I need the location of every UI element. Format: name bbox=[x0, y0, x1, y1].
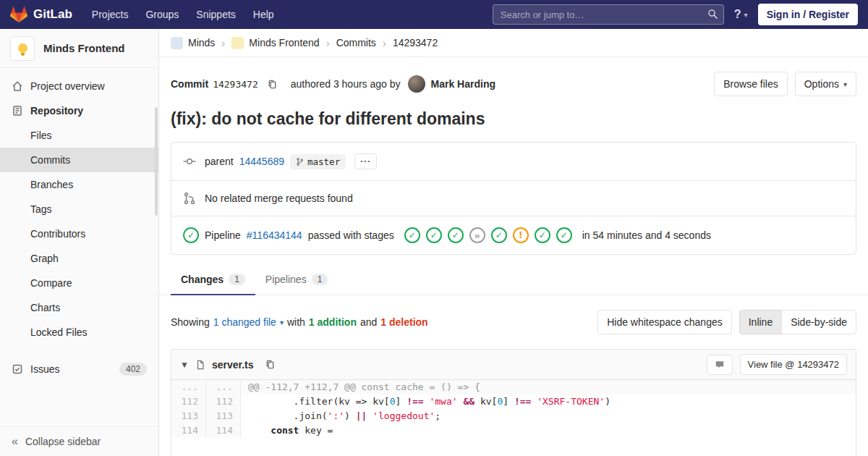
pipeline-mini-graph: ✓✓✓»✓!✓✓ bbox=[404, 227, 572, 243]
sidebar-item-commits[interactable]: Commits bbox=[0, 148, 158, 172]
no-merge-requests-text: No related merge requests found bbox=[205, 193, 353, 204]
main-content: Minds›Minds Frontend›Commits›14293472 Co… bbox=[159, 29, 868, 456]
diff-summary-row: Showing 1 changed file ▾ with 1 addition… bbox=[159, 295, 868, 349]
sidebar-item-locked-files[interactable]: Locked Files bbox=[0, 320, 158, 345]
sidebar-scrollbar[interactable] bbox=[155, 107, 158, 216]
view-file-button[interactable]: View file @ 14293472 bbox=[740, 354, 847, 375]
nav-menu-item-projects[interactable]: Projects bbox=[84, 4, 137, 25]
tab-pipelines[interactable]: Pipelines1 bbox=[255, 265, 339, 295]
help-menu[interactable]: ? ▾ bbox=[734, 8, 748, 21]
parent-sha-link[interactable]: 14445689 bbox=[239, 156, 284, 167]
chevron-down-icon: ▾ bbox=[843, 80, 847, 88]
toggle-comments-button[interactable] bbox=[707, 355, 733, 375]
code-line: @@ -112,7 +112,7 @@ const cache = () => … bbox=[241, 380, 856, 394]
stage-passed-icon[interactable]: ✓ bbox=[426, 227, 442, 243]
issues-icon bbox=[12, 363, 23, 375]
old-line-number[interactable]: 114 bbox=[171, 423, 206, 438]
breadcrumb-label: Commits bbox=[336, 37, 376, 48]
changed-files-dropdown[interactable]: 1 changed file ▾ bbox=[213, 316, 284, 328]
project-avatar bbox=[10, 36, 35, 61]
sidebar-item-files[interactable]: Files bbox=[0, 123, 158, 148]
stage-passed-icon[interactable]: ✓ bbox=[404, 227, 420, 243]
nav-menu-item-groups[interactable]: Groups bbox=[137, 4, 187, 25]
new-line-number[interactable]: 114 bbox=[206, 423, 241, 438]
author-name-link[interactable]: Mark Harding bbox=[431, 78, 495, 90]
inline-view-button[interactable]: Inline bbox=[739, 310, 782, 334]
sidebar: Minds Frontend Project overview Reposito… bbox=[0, 29, 159, 456]
top-navbar: GitLab ProjectsGroupsSnippetsHelp ? ▾ Si… bbox=[0, 0, 868, 29]
breadcrumb-separator: › bbox=[383, 37, 386, 49]
diff-file-header: ▼ server.ts bbox=[171, 350, 856, 380]
gitlab-logo-icon bbox=[10, 6, 27, 23]
collapse-file-caret-icon[interactable]: ▼ bbox=[180, 360, 189, 370]
copy-file-path-button[interactable] bbox=[265, 359, 276, 370]
sidebar-item-compare[interactable]: Compare bbox=[0, 271, 158, 295]
new-line-number[interactable]: 112 bbox=[206, 394, 241, 409]
branch-badge[interactable]: master bbox=[290, 154, 346, 169]
tabs: Changes1Pipelines1 bbox=[159, 265, 868, 295]
project-context-header[interactable]: Minds Frontend bbox=[0, 29, 158, 68]
stage-passed-icon[interactable]: ✓ bbox=[556, 227, 572, 243]
old-line-number[interactable]: 112 bbox=[171, 394, 206, 409]
stage-passed-icon[interactable]: ✓ bbox=[448, 227, 464, 243]
breadcrumb-item-minds-frontend[interactable]: Minds Frontend bbox=[231, 37, 319, 49]
pipeline-status-passed-icon[interactable]: ✓ bbox=[183, 227, 199, 243]
stage-passed-icon[interactable]: ✓ bbox=[535, 227, 550, 243]
repository-subnav: FilesCommitsBranchesTagsContributorsGrap… bbox=[0, 123, 158, 345]
nav-menu-item-snippets[interactable]: Snippets bbox=[188, 4, 243, 25]
sidebar-item-graph[interactable]: Graph bbox=[0, 246, 158, 271]
sidebar-item-label: Project overview bbox=[30, 80, 105, 92]
options-dropdown-button[interactable]: Options ▾ bbox=[795, 72, 856, 96]
side-by-side-view-button[interactable]: Side-by-side bbox=[781, 310, 856, 334]
gitlab-home-link[interactable]: GitLab bbox=[10, 6, 72, 23]
branch-name: master bbox=[307, 156, 340, 167]
sidebar-item-tags[interactable]: Tags bbox=[0, 197, 158, 221]
old-line-number[interactable]: 113 bbox=[171, 409, 206, 423]
commit-label: Commit bbox=[171, 78, 208, 90]
navbar-left: GitLab ProjectsGroupsSnippetsHelp bbox=[10, 4, 282, 25]
search-input[interactable] bbox=[493, 4, 724, 25]
breadcrumb-separator: › bbox=[221, 37, 225, 49]
diff-hunk-row: ......@@ -112,7 +112,7 @@ const cache = … bbox=[171, 380, 856, 394]
pipeline-status-text: passed with stages bbox=[308, 229, 394, 241]
pipeline-label: Pipeline bbox=[205, 229, 241, 241]
collapse-sidebar-button[interactable]: « Collapse sidebar bbox=[0, 426, 158, 456]
parent-row: parent 14445689 master ··· bbox=[171, 143, 856, 180]
stage-warning-icon[interactable]: ! bbox=[513, 227, 529, 243]
new-line-number[interactable]: ... bbox=[206, 380, 241, 394]
pipeline-link[interactable]: #116434144 bbox=[247, 229, 302, 241]
stage-passed-icon[interactable]: ✓ bbox=[491, 227, 507, 243]
commit-actions: Browse files Options ▾ bbox=[714, 72, 856, 96]
sidebar-item-issues[interactable]: Issues 402 bbox=[0, 356, 158, 382]
old-line-number[interactable]: ... bbox=[171, 380, 206, 394]
diff-view-controls: Hide whitespace changes Inline Side-by-s… bbox=[597, 310, 856, 334]
collapse-label: Collapse sidebar bbox=[25, 436, 101, 447]
expand-refs-button[interactable]: ··· bbox=[354, 153, 377, 169]
tab-changes[interactable]: Changes1 bbox=[171, 265, 255, 295]
sign-in-button[interactable]: Sign in / Register bbox=[758, 4, 858, 25]
breadcrumb-item-14293472[interactable]: 14293472 bbox=[393, 37, 438, 48]
author-avatar[interactable] bbox=[408, 75, 425, 93]
collapse-icon: « bbox=[12, 436, 18, 447]
diff-file-actions: View file @ 14293472 bbox=[707, 354, 847, 375]
copy-sha-button[interactable] bbox=[267, 79, 278, 90]
browse-files-button[interactable]: Browse files bbox=[714, 72, 787, 96]
new-line-number[interactable]: 113 bbox=[206, 409, 241, 423]
pipeline-duration: in 54 minutes and 4 seconds bbox=[582, 229, 711, 241]
sidebar-item-project-overview[interactable]: Project overview bbox=[0, 74, 158, 98]
copy-icon bbox=[267, 79, 278, 90]
stage-skipped-icon[interactable]: » bbox=[469, 227, 485, 243]
sidebar-item-repository[interactable]: Repository bbox=[0, 98, 158, 123]
commit-meta-row: Commit 14293472 authored 3 hours ago by … bbox=[159, 57, 868, 102]
breadcrumb-avatar bbox=[171, 37, 183, 49]
merge-requests-row: No related merge requests found bbox=[171, 180, 856, 216]
hide-whitespace-button[interactable]: Hide whitespace changes bbox=[597, 310, 732, 334]
sidebar-item-branches[interactable]: Branches bbox=[0, 172, 158, 197]
sidebar-item-charts[interactable]: Charts bbox=[0, 295, 158, 320]
breadcrumb-item-minds[interactable]: Minds bbox=[171, 37, 215, 49]
sidebar-item-contributors[interactable]: Contributors bbox=[0, 221, 158, 246]
nav-menu-item-help[interactable]: Help bbox=[245, 4, 282, 25]
diff-mode-toggle: Inline Side-by-side bbox=[739, 310, 856, 334]
breadcrumb-item-commits[interactable]: Commits bbox=[336, 37, 376, 48]
code-line: const key = bbox=[241, 423, 856, 438]
